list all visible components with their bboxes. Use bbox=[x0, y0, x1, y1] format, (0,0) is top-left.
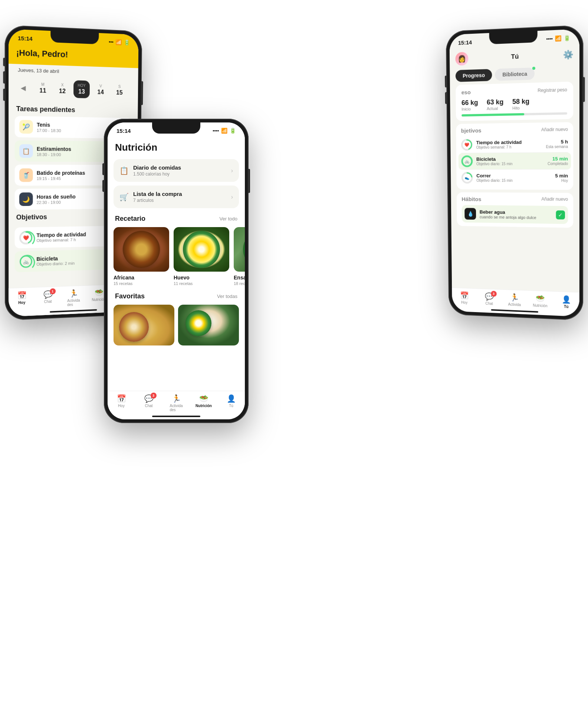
phone-right: 15:14 ▪▪▪▪ 📶 🔋 👩 Tú ⚙️ Progreso Bibliote… bbox=[446, 25, 584, 321]
signal-icon: ▪▪▪ bbox=[109, 39, 114, 45]
nav-nutricion-right[interactable]: 🥗 Nutrición bbox=[527, 294, 553, 308]
power-btn[interactable] bbox=[141, 81, 143, 105]
habits-header: Hábitos Añadir nuevo bbox=[461, 196, 568, 203]
task-icon-sueno: 🌙 bbox=[19, 193, 33, 206]
right-screen: 15:14 ▪▪▪▪ 📶 🔋 👩 Tú ⚙️ Progreso Bibliote… bbox=[449, 29, 579, 317]
nav-nutricion-center[interactable]: 🥗 Nutrición bbox=[190, 394, 217, 412]
shopping-card[interactable]: 🛒 Lista de la compra 7 artículos › bbox=[114, 186, 239, 208]
fav-row bbox=[108, 303, 245, 347]
recipe-img-huevo bbox=[174, 227, 229, 272]
obj-correr-right[interactable]: 👟 Correr Objetivo diario: 15 min 5 min H… bbox=[461, 170, 568, 186]
task-icon-batido: 🥤 bbox=[19, 168, 33, 182]
recipe-africana[interactable]: Africana 15 recetas bbox=[114, 227, 169, 286]
obj-circle-bicicleta: 🚲 bbox=[19, 255, 33, 268]
weight-bar bbox=[461, 112, 567, 117]
volume-up-btn[interactable] bbox=[3, 71, 4, 83]
recipe-ensalada[interactable]: Ensala... 18 rece... bbox=[234, 227, 245, 286]
fav-food-1 bbox=[119, 312, 149, 342]
cal-day-thu[interactable]: V 14 bbox=[93, 81, 109, 99]
favorites-section: Favoritas Ver todas bbox=[108, 289, 245, 347]
tab-biblioteca[interactable]: Biblioteca bbox=[495, 68, 535, 81]
recipes-see-all[interactable]: Ver todo bbox=[220, 216, 237, 222]
nav-chat-center[interactable]: 💬 3 Chat bbox=[135, 394, 162, 412]
diary-card[interactable]: 📋 Diario de comidas 1.500 calorías hoy › bbox=[114, 159, 239, 182]
battery-icon-c: 🔋 bbox=[230, 128, 236, 134]
nav-chat-right[interactable]: 💬 3 Chat bbox=[477, 292, 502, 306]
nav-tu-right[interactable]: 👤 Tú bbox=[553, 295, 579, 309]
cal-day-tue[interactable]: X 12 bbox=[54, 80, 70, 98]
nav-hoy-left[interactable]: 📅 Hoy bbox=[9, 291, 35, 309]
obj-circle-bicicleta-r: 🚲 bbox=[461, 155, 473, 167]
food-circle-huevo bbox=[183, 231, 220, 268]
volume-down-btn[interactable] bbox=[3, 89, 4, 101]
nav-actividades-left[interactable]: 🏃 Actividades bbox=[61, 289, 86, 307]
battery-icon-r: 🔋 bbox=[564, 35, 570, 41]
obj-actividad-right[interactable]: ❤️ Tiempo de actividad Objetivo semanal:… bbox=[461, 135, 568, 153]
nav-actividades-icon-r: 🏃 bbox=[510, 293, 519, 302]
nav-actividades-icon-left: 🏃 bbox=[69, 289, 78, 298]
obj-bicicleta-right[interactable]: 🚲 Bicicleta Objetivo diario: 15 min 15 m… bbox=[459, 153, 571, 170]
nav-tu-center[interactable]: 👤 Tú bbox=[217, 394, 245, 412]
power-btn-c[interactable] bbox=[249, 169, 250, 193]
recipe-label-africana: Africana bbox=[114, 275, 169, 281]
weight-actual: 63 kg Actual bbox=[487, 98, 504, 111]
cal-day-today[interactable]: Hoy 13 bbox=[73, 80, 90, 98]
obj-circle-actividad: ❤️ bbox=[19, 231, 33, 245]
recipes-title: Recetario bbox=[115, 215, 145, 223]
shopping-sub: 7 artículos bbox=[133, 198, 227, 203]
fav-card-2[interactable] bbox=[178, 305, 239, 345]
nutrition-content: Nutrición 📋 Diario de comidas 1.500 calo… bbox=[108, 139, 245, 377]
nav-chat-icon-c: 💬 3 bbox=[144, 394, 154, 403]
habits-add[interactable]: Añadir nuevo bbox=[541, 196, 568, 203]
wifi-icon-c: 📶 bbox=[221, 128, 227, 134]
favorites-header: Favoritas Ver todas bbox=[108, 289, 245, 303]
obj-add-new[interactable]: Añadir nuevo bbox=[541, 127, 568, 132]
weight-register[interactable]: Registrar peso bbox=[538, 87, 567, 93]
habit-agua[interactable]: 💧 Beber agua cuando se me antoja algo du… bbox=[462, 205, 568, 224]
favorites-see-all[interactable]: Ver todas bbox=[217, 294, 237, 299]
task-icon-estiramientos: 📋 bbox=[19, 144, 33, 158]
recipe-huevo[interactable]: Huevo 11 recetas bbox=[174, 227, 229, 286]
volume-up-btn-r[interactable] bbox=[445, 76, 446, 88]
habit-agua-check[interactable]: ✓ bbox=[556, 210, 565, 219]
nav-tu-label-r: Tú bbox=[564, 305, 568, 309]
nav-actividades-label-c: Actividades bbox=[170, 404, 183, 412]
nav-nutricion-label-c: Nutrición bbox=[196, 404, 212, 408]
obj-info-actividad-r: Tiempo de actividad Objetivo semanal: 7 … bbox=[476, 139, 542, 150]
fav-card-1[interactable] bbox=[114, 305, 174, 345]
nutrition-title: Nutrición bbox=[108, 139, 245, 159]
settings-icon[interactable]: ⚙️ bbox=[563, 50, 573, 60]
nav-hoy-label-left: Hoy bbox=[18, 301, 25, 305]
nav-hoy-center[interactable]: 📅 Hoy bbox=[108, 394, 135, 412]
notch-right bbox=[489, 31, 538, 44]
bottom-nav-right: 📅 Hoy 💬 3 Chat 🏃 Activida 🥗 Nutrición 👤 bbox=[452, 288, 579, 317]
volume-down-btn-c[interactable] bbox=[102, 180, 104, 192]
nav-hoy-icon-left: 📅 bbox=[17, 291, 26, 300]
nav-actividades-right[interactable]: 🏃 Activida bbox=[502, 293, 527, 307]
tasks-title: Tareas pendientes bbox=[9, 101, 138, 118]
volume-down-btn-r[interactable] bbox=[445, 92, 447, 104]
nav-tu-icon-c: 👤 bbox=[227, 394, 236, 403]
recipe-label-huevo: Huevo bbox=[174, 275, 229, 281]
nav-chat-left[interactable]: 💬 1 Chat bbox=[35, 289, 61, 308]
cal-day-mon[interactable]: M 11 bbox=[35, 79, 51, 97]
nav-actividades-center[interactable]: 🏃 Actividades bbox=[162, 394, 190, 412]
bottom-nav-center: 📅 Hoy 💬 3 Chat 🏃 Actividades 🥗 Nutrición… bbox=[108, 391, 245, 419]
volume-up-btn-c[interactable] bbox=[102, 163, 104, 175]
power-btn-r[interactable] bbox=[583, 77, 585, 102]
nav-chat-label-left: Chat bbox=[44, 299, 52, 304]
tab-progreso[interactable]: Progreso bbox=[456, 69, 492, 82]
obj-right-title: bjetivos bbox=[461, 127, 482, 134]
nav-nutricion-icon-left: 🥗 bbox=[94, 288, 103, 297]
nav-hoy-right[interactable]: 📅 Hoy bbox=[452, 291, 477, 305]
phone-center: 15:14 ▪▪▪▪ 📶 🔋 Nutrición 📋 Diario de com… bbox=[104, 119, 249, 423]
weight-header: eso Registrar peso bbox=[461, 86, 567, 96]
cal-day-fri[interactable]: S 15 bbox=[111, 81, 127, 99]
nav-actividades-icon-c: 🏃 bbox=[172, 394, 181, 403]
cal-day-prev[interactable]: ◀ bbox=[15, 81, 32, 95]
nav-hoy-label-c: Hoy bbox=[118, 404, 125, 408]
weight-bar-fill bbox=[461, 113, 524, 117]
silent-btn[interactable] bbox=[3, 58, 4, 66]
shopping-info: Lista de la compra 7 artículos bbox=[133, 191, 227, 203]
recipe-label-ensalada: Ensala... bbox=[234, 275, 245, 281]
